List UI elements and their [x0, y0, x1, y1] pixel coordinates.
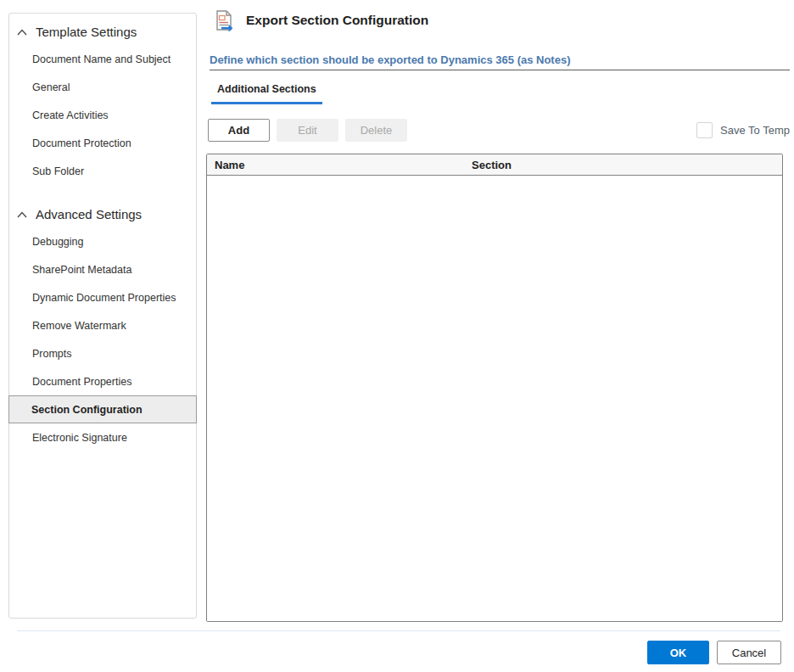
- sidebar-item-document-properties[interactable]: Document Properties: [9, 367, 196, 395]
- main-panel: Export Section Configuration Define whic…: [206, 0, 790, 628]
- table-header-row: NameSection: [207, 154, 782, 176]
- nav-section-header[interactable]: Template Settings: [9, 14, 196, 45]
- tab-additional-sections[interactable]: Additional Sections: [211, 83, 322, 104]
- sidebar-item-section-configuration[interactable]: Section Configuration: [8, 395, 197, 423]
- save-to-temp-label: Save To Temp: [720, 124, 790, 137]
- settings-window: Template SettingsDocument Name and Subje…: [0, 0, 794, 672]
- sidebar-item-sharepoint-metadata[interactable]: SharePoint Metadata: [9, 255, 196, 283]
- column-header-name[interactable]: Name: [207, 159, 472, 171]
- edit-button[interactable]: Edit: [277, 119, 338, 142]
- nav-section-title: Advanced Settings: [36, 207, 142, 221]
- description-link: Define which section should be exported …: [210, 53, 571, 66]
- tab-bar: Additional Sections: [211, 83, 322, 104]
- save-to-temp-control: Save To Temp: [696, 122, 790, 138]
- ok-button[interactable]: OK: [647, 641, 709, 664]
- sidebar-item-debugging[interactable]: Debugging: [9, 227, 196, 255]
- sidebar-item-document-protection[interactable]: Document Protection: [9, 129, 196, 157]
- sections-table: NameSection: [206, 154, 783, 622]
- sidebar-item-create-activities[interactable]: Create Activities: [9, 101, 196, 129]
- cancel-button[interactable]: Cancel: [717, 641, 781, 664]
- sidebar: Template SettingsDocument Name and Subje…: [8, 13, 197, 619]
- toolbar: Add Edit Delete Save To Temp: [208, 119, 790, 142]
- sidebar-item-remove-watermark[interactable]: Remove Watermark: [9, 311, 196, 339]
- nav-section-header[interactable]: Advanced Settings: [9, 197, 196, 227]
- page-header: Export Section Configuration: [206, 8, 428, 32]
- sidebar-item-dynamic-document-properties[interactable]: Dynamic Document Properties: [9, 283, 196, 311]
- sidebar-item-document-name-and-subject[interactable]: Document Name and Subject: [9, 45, 196, 73]
- export-document-icon: [212, 8, 236, 32]
- chevron-up-icon: [16, 210, 28, 219]
- sidebar-item-general[interactable]: General: [9, 73, 196, 101]
- sidebar-item-prompts[interactable]: Prompts: [9, 339, 196, 367]
- footer-divider: [17, 630, 780, 631]
- nav-section-title: Template Settings: [36, 25, 137, 39]
- sidebar-item-electronic-signature[interactable]: Electronic Signature: [9, 423, 196, 451]
- sidebar-item-sub-folder[interactable]: Sub Folder: [9, 157, 196, 185]
- add-button[interactable]: Add: [208, 119, 270, 142]
- description-divider: [210, 70, 790, 70]
- table-body[interactable]: [207, 176, 782, 622]
- save-to-temp-checkbox[interactable]: [696, 122, 713, 138]
- column-header-section[interactable]: Section: [472, 159, 782, 171]
- delete-button[interactable]: Delete: [345, 119, 407, 142]
- page-title: Export Section Configuration: [246, 13, 428, 28]
- chevron-up-icon: [16, 28, 28, 36]
